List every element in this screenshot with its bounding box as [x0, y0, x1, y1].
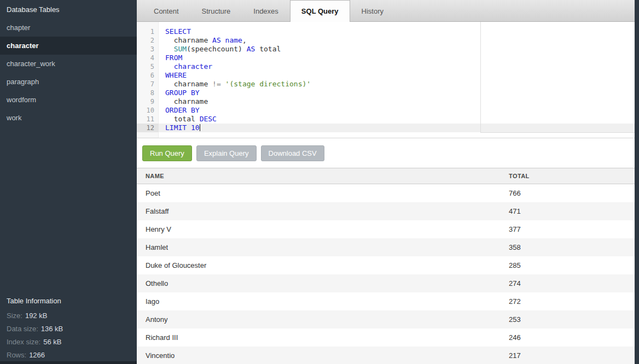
line-number: 4: [137, 54, 159, 62]
info-row: Rows:1266: [0, 348, 137, 361]
sidebar-item-character_work[interactable]: character_work: [0, 55, 137, 73]
result-name: Antony: [137, 310, 500, 328]
info-row: Data size:136 kB: [0, 322, 137, 335]
line-number: 9: [137, 97, 159, 106]
table-row[interactable]: Duke of Gloucester285: [137, 256, 639, 274]
sidebar-bottom-divider: [0, 361, 137, 364]
result-total: 377: [500, 220, 639, 238]
table-row[interactable]: Vincentio217: [137, 347, 639, 364]
code-text: charname: [159, 97, 639, 106]
result-total: 285: [500, 256, 639, 274]
run-query-button[interactable]: Run Query: [142, 145, 192, 161]
line-number: 2: [137, 36, 159, 45]
editor-line-5[interactable]: 5 character: [137, 62, 639, 71]
table-row[interactable]: Antony253: [137, 310, 639, 328]
download-csv-button[interactable]: Download CSV: [261, 145, 324, 161]
code-text: total DESC: [159, 115, 639, 124]
line-number: 1: [137, 27, 159, 36]
info-value: 1266: [29, 351, 45, 359]
code-text: charname != '(stage directions)': [159, 80, 639, 89]
tab-content[interactable]: Content: [142, 0, 190, 21]
code-text: SELECT: [159, 27, 639, 36]
result-name: Vincentio: [137, 347, 500, 364]
sidebar: Database Tables chaptercharactercharacte…: [0, 0, 137, 364]
line-number: 3: [137, 45, 159, 54]
editor-lines: 1SELECT2 charname AS name,3 SUM(speechco…: [137, 22, 639, 132]
line-number: 10: [137, 106, 159, 115]
results-panel: NAME TOTAL Poet766Falstaff471Henry V377H…: [137, 168, 639, 364]
editor-line-4[interactable]: 4FROM: [137, 54, 639, 62]
line-number: 5: [137, 62, 159, 71]
info-label: Index size:: [7, 338, 40, 346]
result-total: 253: [500, 310, 639, 328]
info-value: 192 kB: [25, 312, 47, 320]
table-row[interactable]: Henry V377: [137, 220, 639, 238]
sidebar-item-chapter[interactable]: chapter: [0, 19, 137, 37]
tab-sql-query[interactable]: SQL Query: [290, 0, 350, 22]
sidebar-item-work[interactable]: work: [0, 109, 137, 127]
sidebar-item-wordform[interactable]: wordform: [0, 91, 137, 109]
table-row[interactable]: Richard III246: [137, 328, 639, 347]
text-cursor: [200, 124, 200, 131]
editor-line-2[interactable]: 2 charname AS name,: [137, 36, 639, 45]
editor-line-9[interactable]: 9 charname: [137, 97, 639, 106]
info-row: Index size:56 kB: [0, 335, 137, 348]
table-information-panel: Table Information Size:192 kBData size:1…: [0, 292, 137, 361]
result-name: Richard III: [137, 328, 500, 347]
main-panel: ContentStructureIndexesSQL QueryHistory …: [137, 0, 639, 364]
table-row[interactable]: Iago272: [137, 292, 639, 310]
column-header-total: TOTAL: [500, 168, 639, 184]
line-number: 6: [137, 71, 159, 80]
table-information-header: Table Information: [0, 292, 137, 309]
results-table: NAME TOTAL Poet766Falstaff471Henry V377H…: [137, 168, 639, 364]
info-value: 56 kB: [43, 338, 61, 346]
editor-vertical-divider: [480, 22, 481, 132]
code-text: character: [159, 62, 639, 71]
editor-line-11[interactable]: 11 total DESC: [137, 115, 639, 124]
tab-indexes[interactable]: Indexes: [242, 0, 290, 21]
app-window: Database Tables chaptercharactercharacte…: [0, 0, 639, 364]
result-total: 274: [500, 274, 639, 292]
info-label: Size:: [7, 312, 22, 320]
right-edge-strip: [635, 0, 639, 364]
result-name: Iago: [137, 292, 500, 310]
info-row: Size:192 kB: [0, 309, 137, 322]
result-total: 246: [500, 328, 639, 347]
result-total: 217: [500, 347, 639, 364]
editor-line-8[interactable]: 8GROUP BY: [137, 89, 639, 97]
explain-query-button[interactable]: Explain Query: [196, 145, 257, 161]
result-name: Poet: [137, 184, 500, 202]
result-name: Falstaff: [137, 202, 500, 220]
sidebar-header: Database Tables: [0, 0, 137, 19]
table-row[interactable]: Othello274: [137, 274, 639, 292]
code-text: GROUP BY: [159, 89, 639, 97]
result-name: Duke of Gloucester: [137, 256, 500, 274]
line-number: 8: [137, 89, 159, 97]
column-header-name: NAME: [137, 168, 500, 184]
table-row[interactable]: Poet766: [137, 184, 639, 202]
info-label: Rows:: [7, 351, 26, 359]
tab-history[interactable]: History: [350, 0, 395, 21]
editor-line-1[interactable]: 1SELECT: [137, 27, 639, 36]
code-text: ORDER BY: [159, 106, 639, 115]
editor-line-10[interactable]: 10ORDER BY: [137, 106, 639, 115]
sql-editor[interactable]: 1SELECT2 charname AS name,3 SUM(speechco…: [137, 22, 639, 138]
result-total: 471: [500, 202, 639, 220]
table-row[interactable]: Hamlet358: [137, 238, 639, 256]
code-text: LIMIT 10: [159, 124, 639, 132]
editor-line-12[interactable]: 12LIMIT 10: [137, 124, 639, 132]
line-number: 12: [137, 124, 159, 132]
code-text: WHERE: [159, 71, 639, 80]
table-list: chaptercharactercharacter_workparagraphw…: [0, 19, 137, 127]
editor-line-6[interactable]: 6WHERE: [137, 71, 639, 80]
info-label: Data size:: [7, 325, 38, 333]
editor-line-3[interactable]: 3 SUM(speechcount) AS total: [137, 45, 639, 54]
info-value: 136 kB: [41, 325, 63, 333]
result-total: 766: [500, 184, 639, 202]
sidebar-item-character[interactable]: character: [0, 37, 137, 55]
tab-structure[interactable]: Structure: [190, 0, 242, 21]
editor-line-7[interactable]: 7 charname != '(stage directions)': [137, 80, 639, 89]
table-row[interactable]: Falstaff471: [137, 202, 639, 220]
line-number: 11: [137, 115, 159, 124]
sidebar-item-paragraph[interactable]: paragraph: [0, 73, 137, 91]
